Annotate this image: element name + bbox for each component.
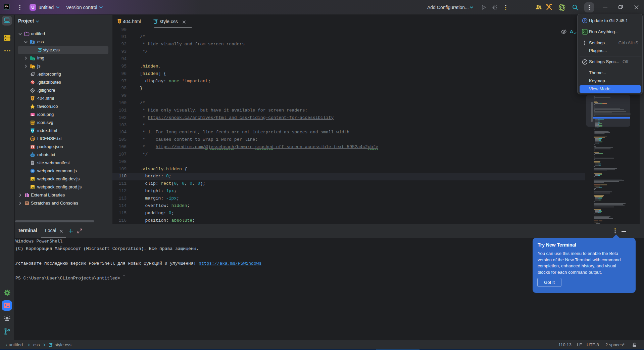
svg-text:JS: JS xyxy=(31,186,35,189)
svg-text:3: 3 xyxy=(32,41,34,45)
svg-text:5: 5 xyxy=(32,97,33,100)
svg-text:C: C xyxy=(32,137,34,140)
svg-text:JS: JS xyxy=(33,67,35,69)
svg-text:JS: JS xyxy=(31,178,35,181)
svg-text:SVG: SVG xyxy=(31,122,35,124)
svg-text:5: 5 xyxy=(118,20,120,23)
